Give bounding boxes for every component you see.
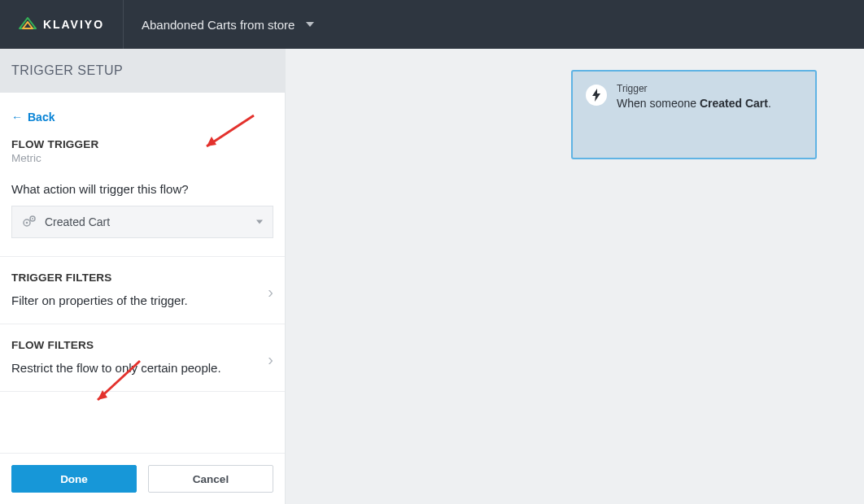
- gears-icon: [22, 215, 37, 230]
- panel-footer: Done Cancel: [0, 453, 285, 504]
- chevron-right-icon: ›: [268, 350, 273, 369]
- flow-name-dropdown[interactable]: Abandoned Carts from store: [124, 0, 332, 49]
- svg-point-3: [32, 218, 33, 219]
- main-layout: TRIGGER SETUP ← Back FLOW TRIGGER Metric…: [0, 49, 864, 504]
- trigger-card-label: Trigger: [617, 83, 802, 94]
- flow-filters-heading: FLOW FILTERS: [11, 339, 273, 351]
- flow-trigger-subtitle: Metric: [0, 152, 285, 164]
- trigger-filters-heading: TRIGGER FILTERS: [11, 272, 273, 284]
- brand-name: KLAVIYO: [43, 18, 104, 31]
- flow-filters-section[interactable]: FLOW FILTERS Restrict the flow to only c…: [0, 324, 285, 392]
- metric-select[interactable]: Created Cart: [11, 206, 273, 238]
- metric-select-value: Created Cart: [45, 215, 110, 228]
- trigger-card[interactable]: Trigger When someone Created Cart.: [571, 70, 817, 159]
- brand-logo-block[interactable]: KLAVIYO: [0, 0, 124, 49]
- trigger-card-description: When someone Created Cart.: [617, 96, 802, 111]
- flow-trigger-heading: FLOW TRIGGER: [0, 124, 285, 152]
- trigger-filters-desc: Filter on properties of the trigger.: [11, 293, 273, 307]
- cancel-button[interactable]: Cancel: [148, 465, 273, 493]
- caret-down-icon: [256, 220, 263, 224]
- flow-filters-desc: Restrict the flow to only certain people…: [11, 361, 273, 375]
- flow-name-label: Abandoned Carts from store: [142, 18, 295, 32]
- back-label: Back: [28, 111, 55, 124]
- trigger-setup-panel: TRIGGER SETUP ← Back FLOW TRIGGER Metric…: [0, 49, 285, 504]
- done-button[interactable]: Done: [11, 465, 137, 493]
- bolt-icon: [586, 85, 607, 106]
- panel-title: TRIGGER SETUP: [11, 63, 123, 78]
- svg-point-1: [26, 221, 28, 224]
- app-header: KLAVIYO Abandoned Carts from store: [0, 0, 864, 49]
- chevron-right-icon: ›: [268, 283, 273, 302]
- panel-body: ← Back FLOW TRIGGER Metric What action w…: [0, 93, 285, 453]
- klaviyo-logo-icon: [19, 16, 37, 33]
- back-button[interactable]: ← Back: [0, 93, 285, 124]
- caret-down-icon: [306, 22, 314, 27]
- trigger-filters-section[interactable]: TRIGGER FILTERS Filter on properties of …: [0, 256, 285, 324]
- panel-header: TRIGGER SETUP: [0, 49, 285, 93]
- flow-canvas[interactable]: Trigger When someone Created Cart.: [285, 49, 864, 504]
- arrow-left-icon: ←: [11, 111, 23, 124]
- flow-trigger-question: What action will trigger this flow?: [0, 164, 285, 206]
